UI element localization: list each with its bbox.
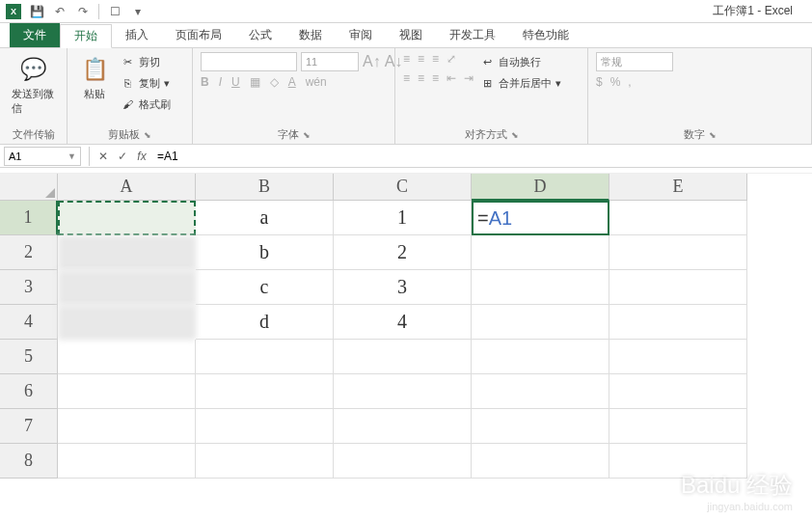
cell-b1[interactable]: a <box>196 201 334 235</box>
col-header-d[interactable]: D <box>472 174 609 201</box>
row-header-5[interactable]: 5 <box>0 340 58 374</box>
cell-e3[interactable] <box>609 270 747 305</box>
cell-a8[interactable] <box>58 444 196 479</box>
cell-c8[interactable] <box>334 444 472 479</box>
increase-font-icon[interactable]: A↑ <box>363 53 381 70</box>
tab-special[interactable]: 特色功能 <box>509 23 582 47</box>
font-color-button[interactable]: A <box>288 75 296 89</box>
border-button[interactable]: ▦ <box>250 75 260 89</box>
align-right-icon[interactable]: ≡ <box>432 71 439 85</box>
row-header-8[interactable]: 8 <box>0 444 58 479</box>
row-header-6[interactable]: 6 <box>0 374 58 409</box>
indent-inc-icon[interactable]: ⇥ <box>464 71 474 85</box>
col-header-a[interactable]: A <box>58 174 196 201</box>
tab-developer[interactable]: 开发工具 <box>436 23 509 47</box>
cell-a2[interactable] <box>58 235 196 270</box>
font-launcher-icon[interactable]: ⬊ <box>303 130 311 140</box>
comma-icon[interactable]: , <box>628 75 631 89</box>
cell-e4[interactable] <box>609 305 747 340</box>
italic-button[interactable]: I <box>219 75 222 89</box>
cell-a5[interactable] <box>58 340 196 374</box>
cell-d6[interactable] <box>472 374 609 409</box>
align-middle-icon[interactable]: ≡ <box>418 52 424 66</box>
underline-button[interactable]: U <box>231 75 240 89</box>
tab-view[interactable]: 视图 <box>386 23 436 47</box>
cell-a1[interactable] <box>58 201 196 235</box>
cell-e5[interactable] <box>609 340 747 374</box>
cell-b8[interactable] <box>196 444 334 479</box>
cell-c1[interactable]: 1 <box>334 201 472 235</box>
tab-home[interactable]: 开始 <box>60 24 112 48</box>
cell-d3[interactable] <box>472 270 609 305</box>
tab-insert[interactable]: 插入 <box>112 23 162 47</box>
cell-d4[interactable] <box>472 305 609 340</box>
cell-c5[interactable] <box>334 340 472 374</box>
tab-file[interactable]: 文件 <box>10 23 60 47</box>
fill-color-button[interactable]: ◇ <box>270 75 279 89</box>
cell-e1[interactable] <box>609 201 747 235</box>
confirm-formula-button[interactable]: ✓ <box>113 147 132 166</box>
paste-button[interactable]: 📋 粘贴 <box>75 52 114 103</box>
align-left-icon[interactable]: ≡ <box>403 71 410 85</box>
percent-icon[interactable]: % <box>610 75 621 89</box>
cell-c3[interactable]: 3 <box>334 270 472 305</box>
name-box[interactable]: A1▼ <box>4 147 81 166</box>
tab-formulas[interactable]: 公式 <box>235 23 285 47</box>
align-top-icon[interactable]: ≡ <box>403 52 410 66</box>
align-bottom-icon[interactable]: ≡ <box>432 52 439 66</box>
col-header-b[interactable]: B <box>196 174 334 201</box>
format-painter-button[interactable]: 🖌格式刷 <box>118 95 173 114</box>
cell-e2[interactable] <box>609 235 747 270</box>
cut-button[interactable]: ✂剪切 <box>118 52 173 71</box>
cell-d2[interactable] <box>472 235 609 270</box>
orientation-icon[interactable]: ⤢ <box>447 52 456 66</box>
cell-b4[interactable]: d <box>196 305 334 340</box>
row-header-2[interactable]: 2 <box>0 235 58 270</box>
indent-dec-icon[interactable]: ⇤ <box>447 71 456 85</box>
formula-input[interactable]: =A1 <box>151 147 812 166</box>
row-header-4[interactable]: 4 <box>0 305 58 340</box>
row-header-7[interactable]: 7 <box>0 409 58 444</box>
insert-function-button[interactable]: fx <box>132 147 151 166</box>
align-launcher-icon[interactable]: ⬊ <box>511 130 519 140</box>
select-all-corner[interactable] <box>0 174 58 201</box>
cell-a7[interactable] <box>58 409 196 444</box>
cell-d1[interactable]: =A1 <box>472 201 609 235</box>
cell-a4[interactable] <box>58 305 196 340</box>
cell-b6[interactable] <box>196 374 334 409</box>
cell-d7[interactable] <box>472 409 609 444</box>
cell-d8[interactable] <box>472 444 609 479</box>
cell-b5[interactable] <box>196 340 334 374</box>
cell-e6[interactable] <box>609 374 747 409</box>
bold-button[interactable]: B <box>201 75 209 89</box>
cell-e8[interactable] <box>609 444 747 479</box>
cell-b2[interactable]: b <box>196 235 334 270</box>
cell-b7[interactable] <box>196 409 334 444</box>
row-header-1[interactable]: 1 <box>0 201 58 235</box>
cell-e7[interactable] <box>609 409 747 444</box>
merge-center-button[interactable]: ⊞合并后居中▾ <box>477 73 563 93</box>
currency-icon[interactable]: $ <box>596 75 603 89</box>
cell-c6[interactable] <box>334 374 472 409</box>
font-name-select[interactable] <box>201 52 297 71</box>
copy-button[interactable]: ⎘复制▾ <box>118 73 173 93</box>
col-header-c[interactable]: C <box>334 174 472 201</box>
wechat-button[interactable]: 💬 发送到微信 <box>8 52 59 118</box>
cell-a6[interactable] <box>58 374 196 409</box>
tab-review[interactable]: 审阅 <box>336 23 386 47</box>
cancel-formula-button[interactable]: ✕ <box>94 147 113 166</box>
tab-data[interactable]: 数据 <box>285 23 336 47</box>
clipboard-launcher-icon[interactable]: ⬊ <box>144 130 151 140</box>
number-launcher-icon[interactable]: ⬊ <box>709 130 717 140</box>
cell-d5[interactable] <box>472 340 609 374</box>
cell-a3[interactable] <box>58 270 196 305</box>
cell-b3[interactable]: c <box>196 270 334 305</box>
col-header-e[interactable]: E <box>609 174 747 201</box>
row-header-3[interactable]: 3 <box>0 270 58 305</box>
cell-c7[interactable] <box>334 409 472 444</box>
font-size-select[interactable]: 11 <box>301 52 359 71</box>
number-format-select[interactable]: 常规 <box>596 52 673 71</box>
tab-page-layout[interactable]: 页面布局 <box>162 23 235 47</box>
wrap-text-button[interactable]: ↩自动换行 <box>477 52 563 71</box>
cell-c2[interactable]: 2 <box>334 235 472 270</box>
